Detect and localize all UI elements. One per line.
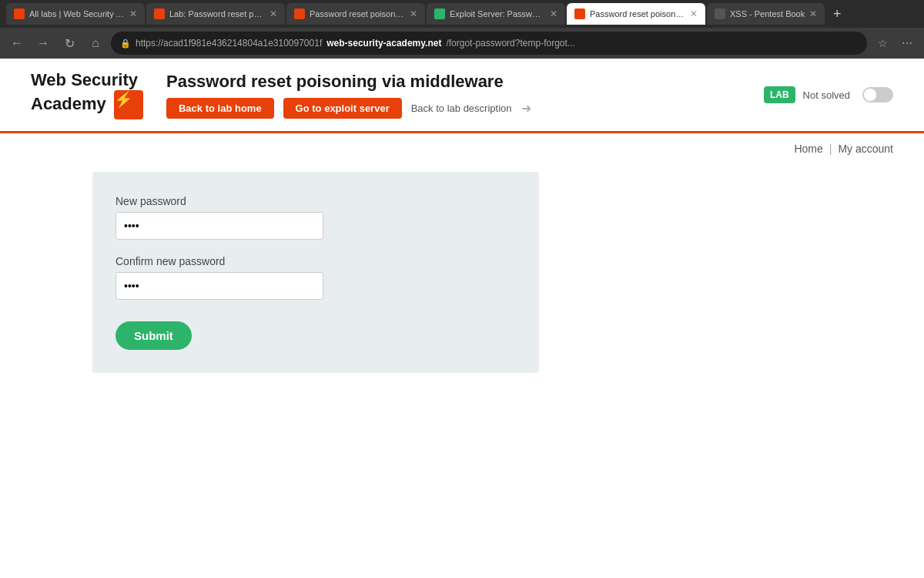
new-password-group: New password (116, 195, 516, 240)
form-card: New password Confirm new password Submit (92, 172, 539, 373)
tab-label: Exploit Server: Password res... (450, 9, 545, 18)
logo-icon: ⚡ (114, 90, 143, 119)
header-left: Web Security Academy ⚡ Password reset po… (31, 70, 531, 119)
page-content: Web Security Academy ⚡ Password reset po… (0, 59, 924, 578)
tab-close-icon[interactable]: ✕ (410, 8, 417, 19)
tab-favicon (154, 8, 165, 19)
new-password-label: New password (116, 195, 516, 207)
tab-xss-pentest[interactable]: XSS - Pentest Book ✕ (707, 3, 825, 25)
home-nav-link[interactable]: Home (794, 143, 822, 155)
my-account-nav-link[interactable]: My account (838, 143, 893, 155)
back-to-lab-home-button[interactable]: Back to lab home (166, 98, 274, 119)
browser-chrome: All labs | Web Security Aca... ✕ Lab: Pa… (0, 0, 924, 578)
tab-favicon (434, 8, 445, 19)
bookmarks-icon[interactable]: ☆ (872, 32, 893, 54)
lab-actions: Back to lab home Go to exploit server Ba… (166, 98, 531, 119)
tab-password-reset-v[interactable]: Password reset poisoning v... ✕ (286, 3, 425, 25)
back-button[interactable]: ← (6, 32, 28, 54)
confirm-password-group: Confirm new password (116, 255, 516, 300)
lab-badge: LAB (764, 86, 795, 103)
tab-close-icon[interactable]: ✕ (690, 8, 698, 19)
url-box[interactable]: 🔒 https://acad1f981e436214804a1e31009700… (111, 32, 867, 55)
new-tab-button[interactable]: + (826, 3, 848, 25)
go-to-exploit-server-button[interactable]: Go to exploit server (283, 98, 402, 119)
site-header: Web Security Academy ⚡ Password reset po… (0, 59, 924, 133)
more-icon[interactable]: ⋯ (896, 32, 918, 54)
tab-label: XSS - Pentest Book (730, 9, 805, 18)
submit-button[interactable]: Submit (116, 321, 192, 350)
back-to-lab-description-link[interactable]: Back to lab description (411, 102, 512, 114)
not-solved-label: Not solved (803, 89, 850, 101)
confirm-password-input[interactable] (116, 272, 323, 300)
tab-all-labs[interactable]: All labs | Web Security Aca... ✕ (6, 3, 145, 25)
tab-close-icon[interactable]: ✕ (270, 8, 277, 19)
lab-title: Password reset poisoning via middleware (166, 72, 531, 92)
tab-lab-password[interactable]: Lab: Password reset poison... ✕ (146, 3, 285, 25)
url-domain: web-security-academy.net (326, 38, 441, 49)
header-right: LAB Not solved (764, 86, 893, 103)
logo-text: Web Security Academy ⚡ (31, 70, 143, 119)
nav-separator: | (829, 143, 832, 155)
solved-toggle[interactable] (862, 87, 893, 102)
confirm-password-label: Confirm new password (116, 255, 516, 267)
tab-password-reset-active[interactable]: Password reset poisoning v... ✕ (567, 3, 705, 25)
toolbar-icons: ☆ ⋯ (872, 32, 918, 54)
tab-favicon (294, 8, 305, 19)
tab-favicon (574, 8, 585, 19)
tab-exploit-server[interactable]: Exploit Server: Password res... ✕ (427, 3, 565, 25)
address-bar: ← → ↻ ⌂ 🔒 https://acad1f981e436214804a1e… (0, 28, 924, 59)
lab-info: Password reset poisoning via middleware … (166, 72, 531, 119)
tab-close-icon[interactable]: ✕ (129, 8, 137, 19)
forward-button[interactable]: → (32, 32, 54, 54)
tab-label: Lab: Password reset poison... (169, 9, 265, 18)
tab-label: Password reset poisoning v... (590, 9, 685, 18)
tab-close-icon[interactable]: ✕ (550, 8, 557, 19)
site-nav: Home | My account (0, 133, 924, 164)
tab-close-icon[interactable]: ✕ (809, 8, 817, 19)
reload-button[interactable]: ↻ (59, 32, 80, 54)
tab-favicon (14, 8, 25, 19)
tab-favicon (715, 8, 725, 19)
tab-label: Password reset poisoning v... (310, 9, 405, 18)
logo: Web Security Academy ⚡ (31, 70, 143, 119)
main-content: New password Confirm new password Submit (0, 164, 924, 404)
tab-bar: All labs | Web Security Aca... ✕ Lab: Pa… (0, 0, 924, 28)
url-prefix: https://acad1f981e436214804a1e310097001f (136, 38, 322, 49)
home-button[interactable]: ⌂ (85, 32, 106, 54)
new-password-input[interactable] (116, 212, 323, 240)
tab-label: All labs | Web Security Aca... (29, 9, 125, 18)
url-path: /forgot-password?temp-forgot... (446, 38, 574, 49)
